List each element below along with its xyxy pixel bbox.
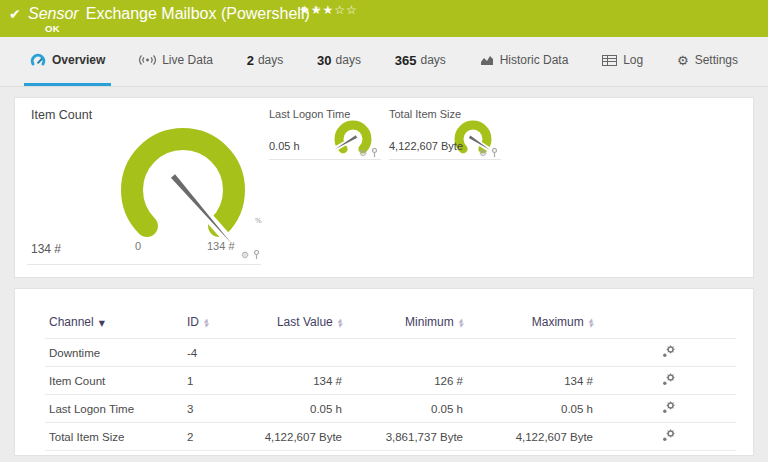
tab-label: days (258, 53, 283, 67)
channel-settings-icon[interactable] (662, 401, 675, 414)
table-header-row: Channel▼ ID▲▼ Last Value▲▼ Minimum▲▼ Max… (45, 309, 736, 339)
id-cell: 2 (179, 423, 255, 451)
minimum-cell: 3,861,737 Byte (350, 423, 471, 451)
divider (389, 159, 501, 160)
tab-label: days (420, 53, 445, 67)
tab-number: 2 (247, 53, 254, 68)
tab-label: Historic Data (500, 53, 569, 67)
id-cell: 1 (179, 367, 255, 395)
gauge-unit-mark: % (255, 217, 262, 225)
tab-label: days (336, 53, 361, 67)
tab-settings[interactable]: ⚙ Settings (671, 37, 744, 86)
column-header-id[interactable]: ID▲▼ (179, 309, 255, 339)
sensor-title-line: SensorExchange Mailbox (Powershell)⚐ (28, 5, 321, 23)
sensor-tab-bar: Overview Live Data 2 days 30 days 365 da… (0, 37, 768, 87)
channel-settings-icon[interactable] (662, 429, 675, 442)
channels-panel: Channel▼ ID▲▼ Last Value▲▼ Minimum▲▼ Max… (14, 288, 754, 456)
tab-2-days[interactable]: 2 days (241, 37, 290, 86)
gauge-settings-icon[interactable]: ⚙ (359, 149, 367, 158)
sort-icon: ▲▼ (589, 318, 593, 327)
maximum-cell: 134 # (471, 367, 601, 395)
gauge-pin-icon[interactable] (491, 148, 498, 158)
status-badge: OK (45, 23, 60, 34)
last-value-cell: 0.05 h (255, 395, 350, 423)
tab-number: 30 (317, 53, 331, 68)
sort-icon: ▲▼ (204, 318, 208, 327)
maximum-cell: 0.05 h (471, 395, 601, 423)
tab-label: Settings (695, 53, 738, 67)
live-data-icon (139, 54, 156, 66)
gauge-pin-icon[interactable] (371, 148, 378, 158)
sensor-kind-label: Sensor (28, 5, 79, 22)
gauge-icon (30, 53, 46, 67)
tab-historic-data[interactable]: Historic Data (474, 37, 575, 86)
divider (27, 264, 261, 265)
gear-icon: ⚙ (677, 54, 689, 67)
tab-log[interactable]: Log (596, 37, 649, 86)
gauge-pin-icon[interactable] (253, 250, 260, 260)
last-value-cell: 134 # (255, 367, 350, 395)
minimum-cell: 0.05 h (350, 395, 471, 423)
tab-label: Log (623, 53, 643, 67)
gauge-scale-max: 134 # (207, 240, 235, 252)
channel-table: Channel▼ ID▲▼ Last Value▲▼ Minimum▲▼ Max… (45, 309, 736, 451)
divider (269, 159, 381, 160)
tab-live-data[interactable]: Live Data (133, 37, 219, 86)
channel-cell[interactable]: Last Logon Time (45, 395, 179, 423)
log-list-icon (602, 55, 617, 66)
item-count-gauge-dial (103, 110, 263, 270)
table-row-downtime: Downtime -4 (45, 339, 736, 367)
historic-chart-icon (480, 54, 494, 66)
tab-30-days[interactable]: 30 days (311, 37, 367, 86)
last-value-cell (255, 339, 350, 367)
column-header-actions (601, 309, 736, 339)
last-value-cell: 4,122,607 Byte (255, 423, 350, 451)
gauges-panel: Item Count % 134 # 0 134 # ⚙ Last Logon … (14, 97, 754, 278)
column-header-channel[interactable]: Channel▼ (45, 309, 179, 339)
table-row-item-count: Item Count 1 134 # 126 # 134 # (45, 367, 736, 395)
gauge-settings-icon[interactable]: ⚙ (479, 149, 487, 158)
tab-overview[interactable]: Overview (24, 37, 111, 86)
column-header-maximum[interactable]: Maximum▲▼ (471, 309, 601, 339)
tab-label: Overview (52, 53, 105, 67)
table-row-last-logon-time: Last Logon Time 3 0.05 h 0.05 h 0.05 h (45, 395, 736, 423)
maximum-cell (471, 339, 601, 367)
table-row-total-item-size: Total Item Size 2 4,122,607 Byte 3,861,7… (45, 423, 736, 451)
minimum-cell (350, 339, 471, 367)
sensor-title: Exchange Mailbox (Powershell) (86, 5, 310, 22)
sort-icon: ▲▼ (459, 318, 463, 327)
sort-descending-icon: ▼ (99, 319, 105, 328)
maximum-cell: 4,122,607 Byte (471, 423, 601, 451)
gauge-scale-min: 0 (135, 240, 141, 252)
tab-number: 365 (395, 53, 417, 68)
minimum-cell: 126 # (350, 367, 471, 395)
gauge-current-value: 0.05 h (269, 140, 300, 152)
gauge-settings-icon[interactable]: ⚙ (241, 251, 249, 260)
tab-365-days[interactable]: 365 days (389, 37, 452, 86)
id-cell: -4 (179, 339, 255, 367)
channel-cell[interactable]: Item Count (45, 367, 179, 395)
gauge-current-value: 134 # (31, 242, 61, 256)
stars-filled[interactable]: ★★★ (299, 3, 334, 17)
id-cell: 3 (179, 395, 255, 423)
column-header-last-value[interactable]: Last Value▲▼ (255, 309, 350, 339)
sort-icon: ▲▼ (338, 318, 342, 327)
channel-cell[interactable]: Downtime (45, 339, 179, 367)
star-rating[interactable]: ★★★☆☆ (299, 3, 358, 17)
channel-settings-icon[interactable] (662, 345, 675, 358)
tab-label: Live Data (162, 53, 213, 67)
sensor-status-bar: ✔ SensorExchange Mailbox (Powershell)⚐ ★… (0, 0, 768, 37)
check-icon: ✔ (9, 6, 21, 22)
channel-cell[interactable]: Total Item Size (45, 423, 179, 451)
gauge-title: Item Count (31, 108, 92, 122)
column-header-minimum[interactable]: Minimum▲▼ (350, 309, 471, 339)
channel-settings-icon[interactable] (662, 373, 675, 386)
gauge-current-value: 4,122,607 Byte (389, 140, 463, 152)
stars-empty[interactable]: ☆☆ (334, 3, 358, 17)
